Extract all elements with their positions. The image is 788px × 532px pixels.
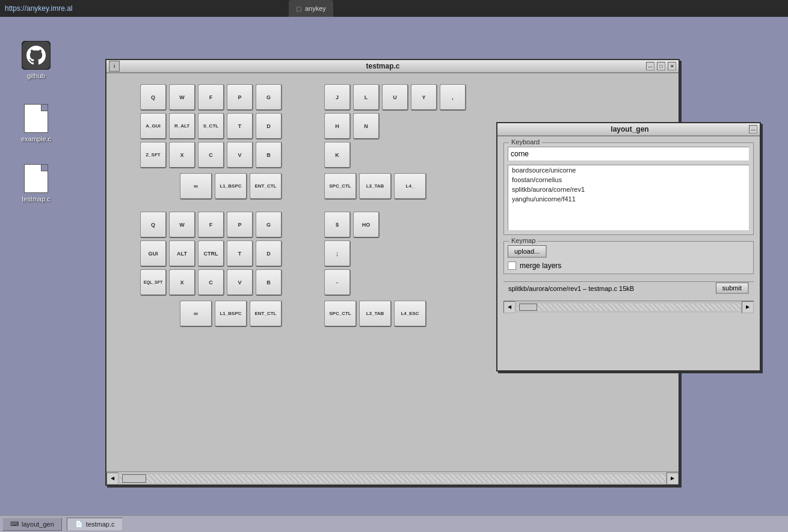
key[interactable] <box>111 269 138 296</box>
key[interactable]: $ <box>324 212 351 238</box>
key[interactable] <box>353 142 380 168</box>
key[interactable]: G <box>256 212 282 238</box>
key[interactable]: H <box>324 113 351 139</box>
key[interactable]: L <box>353 84 380 111</box>
key[interactable] <box>440 142 466 168</box>
key[interactable]: R_ALT <box>169 113 195 139</box>
key[interactable]: C <box>198 142 224 168</box>
key[interactable]: - <box>324 269 351 296</box>
key[interactable]: C <box>198 269 224 296</box>
key[interactable]: D <box>256 240 282 267</box>
key[interactable]: ENT_CTL <box>250 301 282 327</box>
list-item[interactable]: foostan/cornelius <box>508 175 749 185</box>
key[interactable] <box>111 84 138 111</box>
key[interactable]: T <box>227 113 253 139</box>
key[interactable]: F <box>198 212 224 238</box>
key[interactable]: SPC_CTL <box>324 301 357 327</box>
key[interactable]: L3_TAB <box>359 173 392 200</box>
key[interactable] <box>440 212 466 238</box>
key[interactable]: K <box>324 142 351 168</box>
scroll-thumb[interactable] <box>122 474 146 483</box>
key[interactable]: J <box>324 84 351 111</box>
main-window-corner-icon[interactable]: i <box>109 61 120 72</box>
main-window-close[interactable]: ✕ <box>668 62 676 70</box>
key[interactable] <box>411 212 437 238</box>
key[interactable]: D <box>256 113 282 139</box>
key[interactable] <box>440 269 466 296</box>
key[interactable] <box>440 113 466 139</box>
key[interactable]: L4_ESC <box>394 301 426 327</box>
key[interactable] <box>411 142 437 168</box>
key[interactable]: X <box>169 142 195 168</box>
key[interactable]: G <box>256 84 282 111</box>
key[interactable] <box>353 269 380 296</box>
desktop-icon-example-c[interactable]: example.c <box>12 104 60 142</box>
key[interactable]: Z_SFT <box>140 142 167 168</box>
key[interactable]: ∞ <box>180 173 212 200</box>
browser-tab[interactable]: ▢ anykey <box>289 0 333 17</box>
key[interactable]: CTRL <box>198 240 224 267</box>
submit-button[interactable]: submit <box>716 283 749 294</box>
key[interactable]: Q <box>140 84 167 111</box>
key[interactable]: ∞ <box>180 301 212 327</box>
key[interactable] <box>440 240 466 267</box>
key[interactable] <box>111 113 138 139</box>
main-window-maximize[interactable]: □ <box>657 62 665 70</box>
key[interactable]: GUI <box>140 240 167 267</box>
key[interactable] <box>469 142 495 168</box>
key[interactable] <box>382 269 408 296</box>
key[interactable] <box>469 269 495 296</box>
keyboard-input[interactable] <box>508 147 750 161</box>
list-item[interactable]: boardsource/unicorne <box>508 165 749 175</box>
key[interactable] <box>382 212 408 238</box>
upload-button[interactable]: upload... <box>508 245 547 258</box>
scroll-left-btn[interactable]: ◀ <box>106 472 119 485</box>
dialog-scroll-thumb[interactable] <box>519 304 537 311</box>
key[interactable]: W <box>169 212 195 238</box>
main-window-minimize[interactable]: — <box>646 62 654 70</box>
key[interactable]: S_CTL <box>198 113 224 139</box>
key[interactable]: SPC_CTL <box>324 173 357 200</box>
key[interactable]: L3_TAB <box>359 301 392 327</box>
key[interactable]: N <box>353 113 380 139</box>
key[interactable] <box>353 240 380 267</box>
key[interactable]: A_GUI <box>140 113 167 139</box>
key[interactable]: Y <box>411 84 437 111</box>
key[interactable]: HO <box>353 212 380 238</box>
dialog-scroll-track[interactable] <box>517 304 740 311</box>
scroll-track[interactable] <box>120 474 665 483</box>
key[interactable]: L4_ <box>394 173 426 200</box>
list-item[interactable]: splitkb/aurora/corne/rev1 <box>508 185 749 194</box>
key[interactable] <box>411 269 437 296</box>
key[interactable]: ; <box>324 240 351 267</box>
key[interactable]: L1_BSPC <box>215 301 247 327</box>
key[interactable]: ALT <box>169 240 195 267</box>
key[interactable] <box>111 240 138 267</box>
key[interactable] <box>469 212 495 238</box>
desktop-icon-testmap-c[interactable]: testmap.c <box>12 164 60 203</box>
list-item[interactable]: yanghu/unicorne/f411 <box>508 194 749 204</box>
key[interactable] <box>411 240 437 267</box>
key[interactable]: , <box>440 84 466 111</box>
key[interactable]: ENT_CTL <box>250 173 282 200</box>
key[interactable]: L1_BSPC <box>215 173 247 200</box>
desktop-icon-github[interactable]: github <box>12 41 60 79</box>
key[interactable] <box>469 240 495 267</box>
merge-layers-checkbox[interactable] <box>508 261 516 270</box>
key[interactable] <box>382 240 408 267</box>
taskbar-item-layout-gen[interactable]: ⌨ layout_gen <box>2 518 62 531</box>
key[interactable]: V <box>227 269 253 296</box>
key[interactable]: P <box>227 212 253 238</box>
keyboard-list[interactable]: boardsource/unicorne foostan/cornelius s… <box>508 165 750 231</box>
key[interactable]: X <box>169 269 195 296</box>
key[interactable]: B <box>256 269 282 296</box>
key[interactable]: U <box>382 84 408 111</box>
key[interactable] <box>411 113 437 139</box>
key[interactable] <box>382 113 408 139</box>
key[interactable] <box>111 142 138 168</box>
dialog-scroll-right[interactable]: ▶ <box>742 301 754 313</box>
key[interactable]: T <box>227 240 253 267</box>
key[interactable] <box>111 212 138 238</box>
key[interactable]: P <box>227 84 253 111</box>
key[interactable] <box>469 84 495 111</box>
